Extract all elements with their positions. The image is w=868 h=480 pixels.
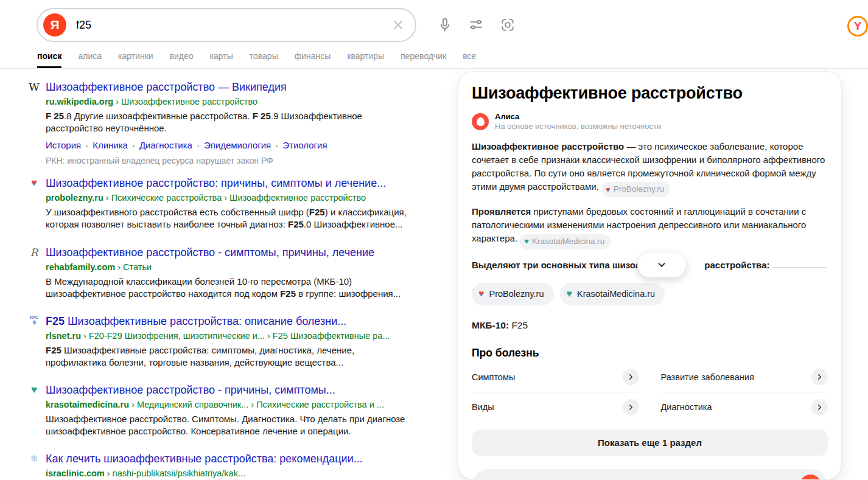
filters-icon — [468, 17, 484, 33]
tab-video[interactable]: видео — [170, 51, 194, 68]
header-divider — [0, 68, 868, 69]
wikipedia-favicon-icon: W — [27, 81, 41, 93]
voice-input-button[interactable] — [774, 475, 794, 480]
topic-link-progression[interactable]: Развитие заболевания — [661, 363, 828, 392]
section-title: Про болезнь — [472, 347, 828, 360]
result-snippet: У шизоаффективного расстройства есть соб… — [46, 206, 411, 231]
search-settings-button[interactable] — [468, 17, 484, 33]
topic-link-types[interactable]: Виды — [472, 392, 639, 422]
tab-all[interactable]: все — [463, 51, 476, 68]
asterisk-icon: ✳ — [31, 319, 37, 326]
source-chip-probolezny[interactable]: ♥ ProBolezny.ru — [472, 283, 554, 305]
alice-subtitle: На основе источников, возможны неточност… — [495, 122, 661, 131]
tab-alice[interactable]: алиса — [78, 51, 102, 68]
source-chip[interactable]: ♥ProBolezny.ru — [601, 182, 671, 197]
topic-link-symptoms[interactable]: Симптомы — [472, 363, 639, 392]
rehabfamily-favicon-icon: R — [27, 246, 41, 259]
sitelink[interactable]: Диагностика — [139, 140, 192, 150]
result-snippet: F25 Шизоаффективные расстройства: симпто… — [46, 344, 411, 369]
chevron-down-icon — [655, 258, 668, 271]
result-breadcrumb[interactable]: israclinic.com › nashi-publikatsii/psikh… — [46, 468, 429, 478]
search-result: W Шизоаффективное расстройство — Википед… — [27, 80, 429, 165]
sitelink[interactable]: Этиология — [282, 140, 327, 150]
topic-links-grid: Симптомы Виды Развитие заболевания Ди — [472, 363, 828, 422]
microphone-icon — [437, 17, 453, 33]
chevron-right-icon[interactable] — [623, 369, 639, 385]
close-icon — [391, 18, 405, 32]
result-title-link[interactable]: Шизоаффективное расстройство - симптомы,… — [46, 246, 374, 259]
sitelink[interactable]: История — [46, 140, 81, 150]
result-title-link[interactable]: Шизоаффективное расстройство — Википедия — [46, 81, 287, 93]
chevron-right-icon[interactable] — [811, 399, 828, 416]
alice-name: Алиса — [495, 112, 661, 122]
send-question-button[interactable] — [799, 475, 822, 480]
alice-icon — [477, 117, 485, 126]
result-breadcrumb[interactable]: krasotaimedicina.ru › Медицинский справо… — [46, 400, 429, 409]
heart-icon: ♥ — [478, 288, 485, 299]
service-tabs: поиск алиса картинки видео карты товары … — [37, 51, 476, 68]
search-result: ♥ Шизоаффективное расстройство - причины… — [27, 383, 429, 437]
icd-code-line: МКБ-10: F25 — [472, 320, 828, 331]
israclinic-favicon-icon: ❄ — [27, 453, 41, 465]
result-snippet: F 25.8 Другие шизоаффективные расстройст… — [46, 110, 411, 135]
expand-answer-button[interactable] — [637, 252, 686, 277]
source-chip-krasotaimedicina[interactable]: ♥ KrasotaiMedicina.ru — [560, 283, 665, 305]
result-title-link[interactable]: Шизоаффективное расстройство - причины, … — [46, 384, 335, 396]
clear-search-button[interactable] — [386, 13, 410, 37]
camera-icon — [500, 17, 516, 33]
alice-header: Алиса На основе источников, возможны нет… — [472, 112, 828, 132]
heart-icon: ♥ — [567, 288, 573, 299]
alice-avatar — [472, 113, 489, 130]
ai-answer-card: Шизоаффективное расстройство Алиса На ос… — [458, 71, 842, 480]
krasotaimedicina-favicon-icon: ♥ — [27, 384, 41, 396]
rkn-notice: РКН: иностранный владелец ресурса наруша… — [46, 156, 429, 165]
heart-icon: ♥ — [524, 235, 529, 247]
search-input[interactable] — [76, 19, 386, 32]
rlsnet-favicon-icon: РЛС ✳ — [27, 315, 41, 326]
sitelink[interactable]: Клиника — [93, 140, 128, 150]
result-breadcrumb[interactable]: ru.wikipedia.org › Шизоаффективное расст… — [46, 97, 429, 106]
result-title-link[interactable]: F25 Шизоаффективные расстройства: описан… — [46, 315, 346, 327]
result-title-link[interactable]: Шизоаффективное расстройство: причины, с… — [46, 177, 386, 189]
image-search-button[interactable] — [500, 17, 516, 33]
tab-search[interactable]: поиск — [37, 51, 61, 68]
answer-title: Шизоаффективное расстройство — [472, 84, 828, 103]
heart-icon: ♥ — [606, 184, 611, 195]
result-sitelinks: История·Клиника·Диагностика·Эпидемиологи… — [46, 140, 429, 150]
tab-finance[interactable]: финансы — [295, 51, 331, 68]
source-chip[interactable]: ♥KrasotaiMedicina.ru — [520, 234, 611, 249]
result-breadcrumb[interactable]: rlsnet.ru › F20-F29 Шизофрения, шизотипи… — [46, 331, 429, 341]
chevron-right-icon[interactable] — [623, 399, 639, 416]
search-result: ♥ Шизоаффективное расстройство: причины,… — [27, 176, 429, 231]
followup-question-bar[interactable] — [472, 469, 828, 480]
search-result: R Шизоаффективное расстройство - симптом… — [27, 246, 429, 300]
chevron-right-icon[interactable] — [811, 369, 828, 385]
search-result: РЛС ✳ F25 Шизоаффективные расстройства: … — [27, 315, 429, 369]
browser-y-logo[interactable]: Y — [847, 16, 868, 37]
sources-row: ♥ ProBolezny.ru ♥ KrasotaiMedicina.ru — [472, 283, 828, 305]
answer-paragraph: Проявляется приступами бредовых состояни… — [472, 205, 828, 249]
result-title-link[interactable]: Как лечить шизоаффективные расстройства:… — [46, 453, 363, 465]
search-bar[interactable]: Я — [37, 8, 416, 42]
tab-flats[interactable]: квартиры — [347, 51, 384, 68]
result-breadcrumb[interactable]: probolezny.ru › Психические расстройства… — [46, 193, 429, 203]
probolezny-favicon-icon: ♥ — [27, 177, 41, 189]
yandex-logo[interactable]: Я — [43, 13, 66, 37]
tab-translate[interactable]: переводчик — [401, 51, 446, 68]
tab-goods[interactable]: товары — [250, 51, 278, 68]
search-result: ❄ Как лечить шизоаффективные расстройств… — [27, 452, 429, 480]
topic-link-diagnostics[interactable]: Диагностика — [661, 392, 828, 422]
tab-images[interactable]: картинки — [118, 51, 153, 68]
answer-paragraph: Шизоаффективное расстройство — это психи… — [472, 140, 828, 198]
collapsed-paragraph: Выделяют три основных типа шизоаф расстр… — [472, 260, 828, 270]
result-breadcrumb[interactable]: rehabfamily.com › Статьи — [46, 262, 429, 272]
sitelink[interactable]: Эпидемиология — [204, 140, 271, 150]
show-more-button[interactable]: Показать еще 1 раздел — [472, 430, 828, 456]
tab-maps[interactable]: карты — [210, 51, 233, 68]
fade-divider — [773, 267, 827, 268]
voice-search-button[interactable] — [437, 17, 453, 33]
result-snippet: В Международной классификации болезней 1… — [46, 276, 411, 301]
result-snippet: Шизоаффективное расстройство. Симптомы. … — [46, 413, 411, 438]
